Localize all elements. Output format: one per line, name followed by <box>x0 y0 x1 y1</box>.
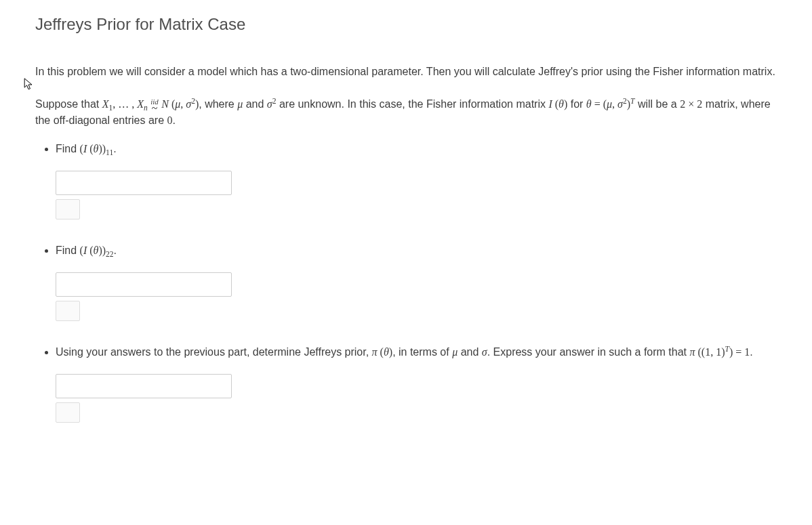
text: , where <box>199 98 237 110</box>
math-sequence: X1, … , Xn <box>102 98 148 110</box>
math-dist: N (μ, σ2) <box>161 98 199 110</box>
math-sigma: σ <box>482 346 487 358</box>
answer-input-1[interactable] <box>56 171 232 195</box>
math-I22: (I (θ))22 <box>80 245 114 256</box>
text: . <box>114 245 117 256</box>
math-pi-one: π ((1, 1)T) = 1 <box>689 346 750 358</box>
text: . Express your answer in such a form tha… <box>487 346 690 358</box>
math-I11: (I (θ))11 <box>80 143 114 154</box>
text: Find <box>56 143 80 154</box>
cursor-icon <box>24 78 33 91</box>
text: Suppose that <box>35 98 102 110</box>
question-1: Find (I (θ))11. <box>56 141 777 219</box>
iid-symbol: iid~ <box>150 98 158 111</box>
intro-paragraph: In this problem we will consider a model… <box>35 64 777 80</box>
status-box-1[interactable] <box>56 199 80 219</box>
math-mu2: μ <box>452 346 458 358</box>
text: . <box>750 346 752 358</box>
text: and <box>243 98 267 110</box>
text: . <box>173 114 176 126</box>
math-theta-eq: θ = (μ, σ2)T <box>586 98 635 110</box>
text: are unknown. In this case, the Fisher in… <box>276 98 548 110</box>
math-2x2: 2 × 2 <box>680 98 702 110</box>
math-pi-theta: π (θ) <box>372 346 393 358</box>
text: for <box>567 98 586 110</box>
math-sigma2: σ2 <box>267 98 277 110</box>
suppose-paragraph: Suppose that X1, … , Xn iid~ N (μ, σ2), … <box>35 96 777 129</box>
page-title: Jeffreys Prior for Matrix Case <box>35 12 777 37</box>
math-zero: 0 <box>167 114 173 126</box>
status-box-3[interactable] <box>56 402 80 423</box>
math-I-theta: I (θ) <box>548 98 567 110</box>
answer-input-3[interactable] <box>56 374 232 398</box>
text: Find <box>56 245 80 256</box>
text: . <box>113 143 116 154</box>
text: Using your answers to the previous part,… <box>56 346 372 358</box>
question-3: Using your answers to the previous part,… <box>56 344 777 423</box>
text: and <box>458 346 482 358</box>
answer-input-2[interactable] <box>56 272 232 297</box>
text: , in terms of <box>392 346 452 358</box>
status-box-2[interactable] <box>56 301 80 321</box>
text: will be a <box>634 98 680 110</box>
question-2: Find (I (θ))22. <box>56 243 777 321</box>
math-mu: μ <box>237 98 243 110</box>
